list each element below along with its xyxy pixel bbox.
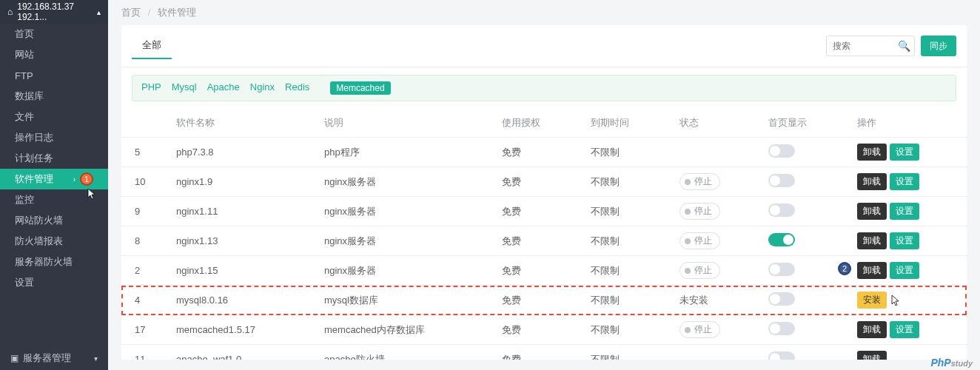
uninstall-button[interactable]: 卸载 [857, 351, 887, 360]
homepage-toggle[interactable] [768, 233, 795, 246]
uninstall-button[interactable]: 卸载 [857, 173, 887, 190]
server-ip: 192.168.31.37 192.1... [17, 1, 97, 22]
cell: apache防火墙 [314, 345, 491, 360]
cell-toggle [758, 286, 847, 315]
sidebar-item-label: 操作日志 [15, 131, 53, 144]
cell: 不限制 [580, 256, 669, 286]
cell-actions: 2卸载设置 [847, 256, 967, 286]
status-pill[interactable]: 停止 [679, 321, 720, 338]
filter-link-php[interactable]: PHP [141, 81, 161, 92]
table-row: 2nginx1.15nginx服务器免费不限制停止2卸载设置 [121, 256, 967, 286]
cell: nginx1.9 [166, 167, 314, 197]
settings-button[interactable]: 设置 [890, 144, 919, 161]
sidebar-item-label: 服务器防火墙 [15, 255, 73, 269]
sidebar-item-label: 数据库 [15, 90, 44, 103]
cell: nginx1.15 [166, 256, 314, 286]
sidebar-item-5[interactable]: 操作日志 [0, 127, 108, 148]
status-pill[interactable]: 停止 [679, 262, 720, 279]
sidebar-item-1[interactable]: 网站 [0, 44, 108, 65]
cell: php程序 [314, 138, 491, 167]
search-icon[interactable]: 🔍 [898, 40, 910, 52]
sidebar-item-label: FTP [15, 70, 33, 81]
cell: 免费 [491, 138, 580, 167]
uninstall-button[interactable]: 卸载 [857, 232, 887, 249]
breadcrumb-home[interactable]: 首页 [121, 7, 141, 18]
cell: 2 [121, 256, 166, 286]
status-pill[interactable]: 停止 [679, 203, 720, 220]
cell: 免费 [491, 345, 580, 360]
sidebar-item-2[interactable]: FTP [0, 65, 108, 86]
cell: memcached1.5.17 [166, 315, 314, 345]
settings-button[interactable]: 设置 [890, 173, 919, 190]
homepage-toggle[interactable] [768, 174, 795, 187]
filter-link-apache[interactable]: Apache [207, 81, 240, 92]
col-header-1: 软件名称 [166, 109, 314, 138]
sidebar-item-4[interactable]: 文件 [0, 107, 108, 127]
sidebar-item-9[interactable]: 网站防火墙 [0, 210, 108, 231]
sidebar-item-3[interactable]: 数据库 [0, 86, 108, 107]
sidebar-item-11[interactable]: 服务器防火墙 [0, 252, 108, 272]
filter-link-redis[interactable]: Redis [285, 81, 309, 92]
uninstall-button[interactable]: 卸载 [857, 321, 887, 338]
homepage-toggle[interactable] [768, 204, 795, 217]
cell: 9 [121, 197, 166, 226]
status-pill[interactable]: 停止 [679, 173, 720, 190]
tab-all[interactable]: 全部 [132, 33, 172, 59]
settings-button[interactable]: 设置 [890, 262, 919, 279]
cell: 11 [121, 345, 166, 360]
sidebar-item-7[interactable]: 软件管理›1 [0, 169, 108, 189]
cell: 免费 [491, 197, 580, 226]
homepage-toggle[interactable] [768, 322, 795, 335]
status-dot-icon [685, 268, 691, 274]
cell-actions: 卸载设置 [847, 226, 967, 256]
sync-button[interactable]: 同步 [921, 36, 956, 56]
uninstall-button[interactable]: 卸载 [857, 144, 887, 161]
cell: 17 [121, 315, 166, 345]
topbar: 全部 🔍 同步 [121, 25, 967, 67]
cell: mysql8.0.16 [166, 286, 314, 315]
cell-actions: 安装 [847, 286, 967, 315]
toggle-knob [770, 264, 780, 275]
search-box: 🔍 [826, 36, 915, 56]
filter-link-nginx[interactable]: Nginx [250, 81, 275, 92]
cell: 4 [121, 286, 166, 315]
cell-status: 停止 [669, 256, 758, 286]
breadcrumb: 首页 / 软件管理 [108, 0, 980, 25]
settings-button[interactable]: 设置 [890, 203, 919, 220]
sidebar-item-12[interactable]: 设置 [0, 272, 108, 293]
col-header-5: 状态 [669, 109, 758, 138]
settings-button[interactable]: 设置 [890, 321, 919, 338]
sidebar-item-0[interactable]: 首页 [0, 24, 108, 44]
filter-tag-active[interactable]: Memcached [330, 81, 390, 95]
filter-link-mysql[interactable]: Mysql [172, 81, 197, 92]
toggle-knob [770, 353, 780, 360]
toggle-knob [770, 323, 780, 334]
uninstall-button[interactable]: 卸载 [857, 203, 887, 220]
install-button[interactable]: 安装 [857, 292, 887, 309]
cell: 免费 [491, 286, 580, 315]
section-label: 服务器管理 [23, 352, 71, 365]
filter-bar: PHPMysqlApacheNginxRedis Memcached [132, 75, 956, 101]
cell: mysql数据库 [314, 286, 491, 315]
sidebar-item-10[interactable]: 防火墙报表 [0, 231, 108, 252]
sidebar: ⌂ 192.168.31.37 192.1... ▴ 首页网站FTP数据库文件操… [0, 0, 108, 370]
cell: nginx1.11 [166, 197, 314, 226]
settings-button[interactable]: 设置 [890, 232, 919, 249]
homepage-toggle[interactable] [768, 263, 795, 276]
sidebar-item-6[interactable]: 计划任务 [0, 148, 108, 169]
sidebar-section-server-mgmt[interactable]: ▣ 服务器管理 ▾ [0, 346, 108, 370]
homepage-toggle[interactable] [768, 144, 795, 158]
homepage-toggle[interactable] [768, 352, 795, 360]
homepage-toggle[interactable] [768, 292, 795, 306]
watermark: PhPstudy [930, 357, 973, 369]
table-row: 4mysql8.0.16mysql数据库免费不限制未安装安装 [121, 286, 967, 315]
sidebar-server-selector[interactable]: ⌂ 192.168.31.37 192.1... ▴ [0, 0, 108, 24]
cell-actions: 卸载设置 [847, 167, 967, 197]
uninstall-button[interactable]: 卸载 [857, 262, 887, 279]
cell: nginx服务器 [314, 226, 491, 256]
status-pill[interactable]: 停止 [679, 232, 720, 249]
toggle-knob [783, 235, 793, 245]
sidebar-item-label: 网站防火墙 [15, 214, 63, 227]
cell: php7.3.8 [166, 138, 314, 167]
cell-toggle [758, 197, 847, 226]
